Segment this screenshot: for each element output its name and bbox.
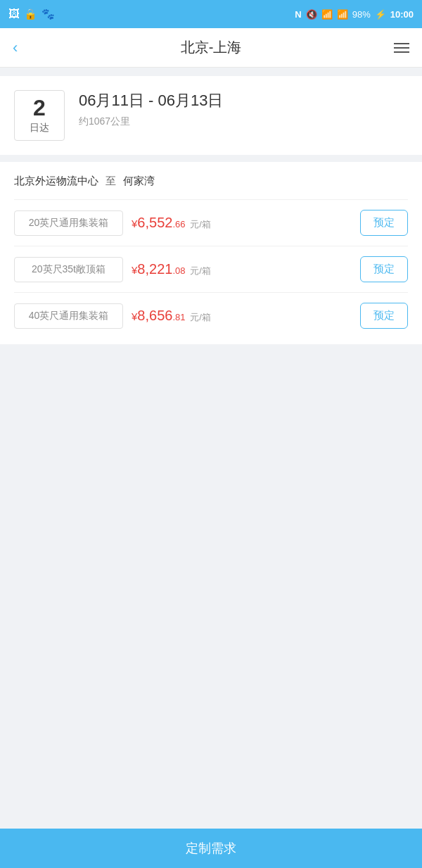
price-row-3: 40英尺通用集装箱 ¥8,656.81 元/箱 预定	[14, 292, 408, 339]
price-value-1: ¥6,552.66	[132, 217, 188, 230]
day-badge: 2 日达	[14, 90, 65, 141]
main-content: 2 日达 06月11日 - 06月13日 约1067公里 北京外运物流中心 至 …	[0, 68, 422, 829]
mute-icon: 🔇	[306, 9, 317, 20]
price-row-1: 20英尺通用集装箱 ¥6,552.66 元/箱 预定	[14, 199, 408, 246]
trip-dates: 06月11日 - 06月13日	[79, 90, 408, 111]
trip-card: 2 日达 06月11日 - 06月13日 约1067公里	[0, 76, 422, 155]
navbar: ‹ 北京-上海	[0, 28, 422, 68]
route-to: 何家湾	[123, 175, 155, 187]
menu-line-3	[394, 51, 409, 53]
image-icon: 🖼	[8, 8, 20, 20]
container-type-1: 20英尺通用集装箱	[14, 210, 123, 236]
book-button-3[interactable]: 预定	[360, 303, 408, 329]
route-separator: 至	[106, 175, 119, 187]
signal-icon: 📶	[337, 9, 348, 20]
customize-button[interactable]: 定制需求	[186, 840, 236, 857]
route-section: 北京外运物流中心 至 何家湾 20英尺通用集装箱 ¥6,552.66 元/箱 预…	[0, 162, 422, 344]
price-unit-2: 元/箱	[190, 265, 211, 276]
route-header: 北京外运物流中心 至 何家湾	[14, 175, 408, 188]
bottom-bar[interactable]: 定制需求	[0, 829, 422, 868]
route-from: 北京外运物流中心	[14, 175, 98, 187]
menu-button[interactable]	[394, 43, 409, 53]
time-display: 10:00	[390, 9, 414, 20]
wifi-icon: 📶	[321, 9, 333, 20]
status-right-info: N 🔇 📶 📶 98% ⚡ 10:00	[295, 9, 414, 20]
container-type-3: 40英尺通用集装箱	[14, 303, 123, 329]
price-value-2: ¥8,221.08	[132, 263, 188, 277]
nfc-icon: N	[295, 9, 301, 20]
lock-icon: 🔒	[24, 8, 37, 20]
price-unit-3: 元/箱	[190, 312, 211, 322]
price-block-3: ¥8,656.81 元/箱	[123, 308, 360, 324]
back-button[interactable]: ‹	[13, 39, 18, 57]
price-row-2: 20英尺35t敞顶箱 ¥8,221.08 元/箱 预定	[14, 246, 408, 292]
price-block-2: ¥8,221.08 元/箱	[123, 261, 360, 277]
status-bar: 🖼 🔒 🐾 N 🔇 📶 📶 98% ⚡ 10:00	[0, 0, 422, 28]
paw-icon: 🐾	[41, 8, 55, 20]
menu-line-1	[394, 43, 409, 44]
trip-info: 06月11日 - 06月13日 约1067公里	[79, 90, 408, 128]
day-number: 2	[33, 96, 46, 119]
battery-text: 98%	[352, 9, 371, 20]
container-type-2: 20英尺35t敞顶箱	[14, 257, 123, 282]
content-spacer	[0, 344, 422, 485]
book-button-1[interactable]: 预定	[360, 210, 408, 236]
battery-icon: ⚡	[375, 9, 386, 20]
price-unit-1: 元/箱	[190, 219, 211, 229]
trip-distance: 约1067公里	[79, 115, 408, 128]
status-left-icons: 🖼 🔒 🐾	[8, 8, 55, 20]
day-label: 日达	[30, 122, 49, 134]
page-title: 北京-上海	[181, 38, 242, 57]
price-value-3: ¥8,656.81	[132, 310, 188, 323]
price-block-1: ¥6,552.66 元/箱	[123, 215, 360, 231]
menu-line-2	[394, 47, 409, 49]
book-button-2[interactable]: 预定	[360, 256, 408, 282]
